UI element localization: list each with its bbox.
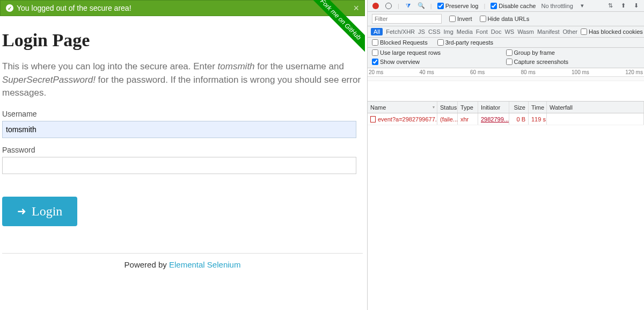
type-css[interactable]: CSS xyxy=(428,28,441,35)
network-table-header: Name▾ Status Type Initiator Size Time Wa… xyxy=(368,102,644,113)
sort-icon: ▾ xyxy=(433,105,435,110)
filter-icon[interactable]: ⧩ xyxy=(405,2,412,10)
network-toolbar: | ⧩ 🔍 | Preserve log | Disable cache No … xyxy=(368,0,644,12)
type-fetch-xhr[interactable]: Fetch/XHR xyxy=(386,28,415,35)
footer-text: Powered by xyxy=(125,260,169,269)
password-input[interactable] xyxy=(2,157,356,174)
tick: 60 ms xyxy=(470,69,485,76)
col-status[interactable]: Status xyxy=(437,102,458,113)
devtools-network-panel: | ⧩ 🔍 | Preserve log | Disable cache No … xyxy=(367,0,644,310)
type-js[interactable]: JS xyxy=(418,28,425,35)
type-other[interactable]: Other xyxy=(562,28,577,35)
col-name[interactable]: Name▾ xyxy=(368,102,437,113)
search-icon[interactable]: 🔍 xyxy=(418,2,425,10)
extra-filter-row: Blocked Requests 3rd-party requests xyxy=(368,38,644,48)
throttling-select[interactable]: No throttling xyxy=(541,3,573,9)
type-manifest[interactable]: Manifest xyxy=(537,28,560,35)
table-row[interactable]: event?a=2982799677... (faile... xhr 2982… xyxy=(368,113,644,125)
hide-data-urls-checkbox[interactable]: Hide data URLs xyxy=(480,16,530,22)
wifi-icon[interactable]: ⇅ xyxy=(606,2,614,10)
footer: Powered by Elemental Selenium xyxy=(2,260,363,269)
type-all[interactable]: All xyxy=(371,28,383,35)
username-label: Username xyxy=(2,110,363,118)
type-img[interactable]: Img xyxy=(444,28,453,35)
type-ws[interactable]: WS xyxy=(504,28,514,35)
tick: 100 ms xyxy=(572,69,589,76)
filter-input[interactable] xyxy=(372,14,442,24)
network-table-body: event?a=2982799677... (faile... xhr 2982… xyxy=(368,113,644,310)
type-filter-row: All Fetch/XHR JS CSS Img Media Font Doc … xyxy=(368,26,644,38)
type-font[interactable]: Font xyxy=(476,28,488,35)
show-overview-checkbox[interactable]: Show overview xyxy=(372,59,506,65)
flash-message: You logged out of the secure area! xyxy=(17,4,131,12)
type-wasm[interactable]: Wasm xyxy=(517,28,534,35)
username-input[interactable] xyxy=(2,121,356,138)
login-button-label: Login xyxy=(32,204,62,219)
clear-icon[interactable] xyxy=(385,2,392,10)
col-waterfall[interactable]: Waterfall xyxy=(547,102,644,113)
file-icon xyxy=(370,116,376,122)
close-icon[interactable]: × xyxy=(353,3,359,14)
footer-divider xyxy=(2,253,363,254)
type-doc[interactable]: Doc xyxy=(491,28,502,35)
third-party-checkbox[interactable]: 3rd-party requests xyxy=(437,39,493,46)
settings-row: Use large request rows Show overview Gro… xyxy=(368,48,644,68)
tick: 80 ms xyxy=(521,69,536,76)
upload-icon[interactable]: ⬆ xyxy=(619,2,627,10)
preserve-log-checkbox[interactable]: Preserve log xyxy=(437,3,479,9)
password-label: Password xyxy=(2,146,363,154)
capture-screenshots-checkbox[interactable]: Capture screenshots xyxy=(506,59,640,65)
col-size[interactable]: Size xyxy=(509,102,529,113)
tick: 40 ms xyxy=(420,69,434,76)
page-title: Login Page xyxy=(2,30,363,51)
type-media[interactable]: Media xyxy=(457,28,473,35)
signin-arrow-icon: ➜ xyxy=(17,205,26,218)
disable-cache-checkbox[interactable]: Disable cache xyxy=(491,3,536,9)
col-time[interactable]: Time xyxy=(529,102,547,113)
invert-checkbox[interactable]: Invert xyxy=(449,16,472,22)
record-icon[interactable] xyxy=(372,2,379,10)
page-login: ✓ You logged out of the secure area! × F… xyxy=(0,0,365,310)
check-icon: ✓ xyxy=(6,4,13,12)
filter-row: Invert Hide data URLs xyxy=(368,12,644,26)
flash-success: ✓ You logged out of the secure area! × xyxy=(0,0,365,16)
tick: 20 ms xyxy=(369,69,383,76)
login-button[interactable]: ➜ Login xyxy=(2,197,77,226)
overview-timeline[interactable]: 20 ms 40 ms 60 ms 80 ms 100 ms 120 ms xyxy=(368,68,644,102)
blocked-requests-checkbox[interactable]: Blocked Requests xyxy=(372,39,428,46)
group-by-frame-checkbox[interactable]: Group by frame xyxy=(506,49,640,56)
col-type[interactable]: Type xyxy=(458,102,478,113)
has-blocked-cookies-checkbox[interactable]: Has blocked cookies xyxy=(581,28,643,35)
page-description: This is where you can log into the secur… xyxy=(2,60,363,100)
use-large-rows-checkbox[interactable]: Use large request rows xyxy=(372,49,506,56)
download-icon[interactable]: ⬇ xyxy=(632,2,640,10)
footer-link[interactable]: Elemental Selenium xyxy=(169,260,240,269)
chevron-down-icon[interactable]: ▾ xyxy=(579,2,586,10)
tick: 120 ms xyxy=(625,69,643,76)
col-initiator[interactable]: Initiator xyxy=(478,102,509,113)
